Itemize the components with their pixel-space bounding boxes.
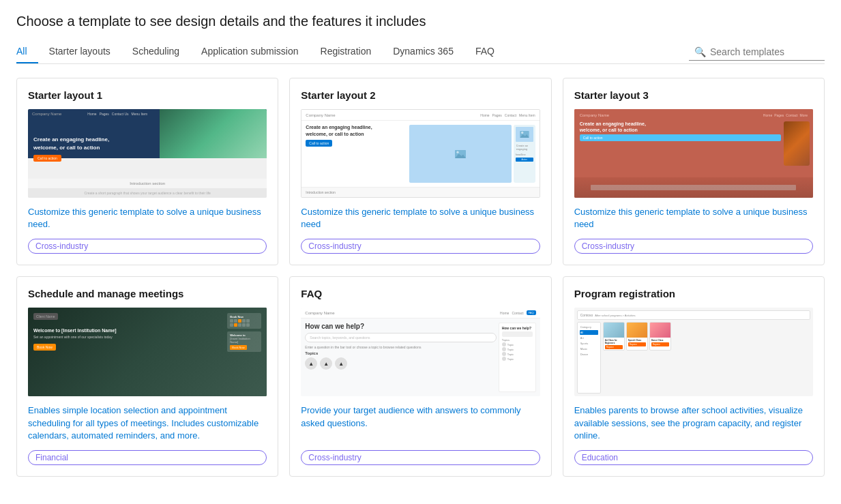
card-title: Starter layout 1 bbox=[28, 89, 267, 101]
card-tag: Cross-industry bbox=[301, 239, 540, 254]
card-title: Starter layout 2 bbox=[301, 89, 540, 101]
card-preview: Company Name Home Contact FAQ How can we… bbox=[301, 308, 540, 396]
tab-faq[interactable]: FAQ bbox=[464, 40, 505, 63]
card-description[interactable]: Provide your target audience with answer… bbox=[301, 404, 540, 429]
card-title: Starter layout 3 bbox=[574, 89, 813, 101]
search-box[interactable]: 🔍 bbox=[689, 44, 825, 61]
card-tag: Education bbox=[574, 450, 813, 465]
page-title: Choose a template to see design details … bbox=[16, 14, 825, 29]
tab-scheduling[interactable]: Scheduling bbox=[121, 40, 190, 63]
card-tag: Cross-industry bbox=[301, 450, 540, 465]
tab-starter-layouts[interactable]: Starter layouts bbox=[38, 40, 121, 63]
search-input[interactable] bbox=[710, 46, 819, 57]
svg-point-2 bbox=[456, 151, 458, 153]
card-schedule-manage-meetings: Schedule and manage meetings Client Name… bbox=[16, 276, 278, 477]
card-description[interactable]: Customize this generic template to solve… bbox=[301, 206, 540, 231]
card-starter-layout-2: Starter layout 2 Company Name HomePagesC… bbox=[289, 78, 551, 265]
card-starter-layout-3: Starter layout 3 Company Name HomePagesC… bbox=[563, 78, 825, 265]
cards-grid: Starter layout 1 Company Name HomePagesC… bbox=[16, 78, 825, 477]
tab-registration[interactable]: Registration bbox=[310, 40, 383, 63]
card-title: FAQ bbox=[301, 288, 540, 299]
search-icon: 🔍 bbox=[694, 46, 706, 57]
nav-tabs: All Starter layouts Scheduling Applicati… bbox=[16, 40, 689, 63]
card-preview: Company Name HomePagesContactMore Create… bbox=[574, 109, 813, 198]
card-program-registration: Program registration Contoso After schoo… bbox=[563, 276, 825, 477]
card-title: Schedule and manage meetings bbox=[28, 288, 267, 299]
tab-dynamics-365[interactable]: Dynamics 365 bbox=[382, 40, 464, 63]
card-tag: Cross-industry bbox=[574, 239, 813, 254]
card-preview: Company Name HomePagesContactMenu Item C… bbox=[301, 109, 540, 198]
card-preview: Company Name HomePagesContact UsMenu Ite… bbox=[28, 109, 267, 198]
card-preview: Client Name Welcome to [Insert Instituti… bbox=[28, 308, 267, 396]
card-description[interactable]: Enables simple location selection and ap… bbox=[28, 404, 267, 442]
svg-point-5 bbox=[521, 132, 523, 134]
card-faq: FAQ Company Name Home Contact FAQ How ca… bbox=[289, 276, 551, 477]
tab-application-submission[interactable]: Application submission bbox=[190, 40, 309, 63]
card-starter-layout-1: Starter layout 1 Company Name HomePagesC… bbox=[16, 78, 278, 265]
card-preview: Contoso After school programs > Activiti… bbox=[574, 308, 813, 396]
page-container: Choose a template to see design details … bbox=[0, 0, 841, 490]
card-tag: Cross-industry bbox=[28, 239, 267, 254]
tab-all[interactable]: All bbox=[16, 40, 38, 63]
card-title: Program registration bbox=[574, 288, 813, 299]
card-tag: Financial bbox=[28, 450, 267, 465]
card-description[interactable]: Customize this generic template to solve… bbox=[574, 206, 813, 231]
card-description[interactable]: Customize this generic template to solve… bbox=[28, 206, 267, 231]
card-description[interactable]: Enables parents to browse after school a… bbox=[574, 404, 813, 442]
nav-bar: All Starter layouts Scheduling Applicati… bbox=[16, 40, 825, 64]
